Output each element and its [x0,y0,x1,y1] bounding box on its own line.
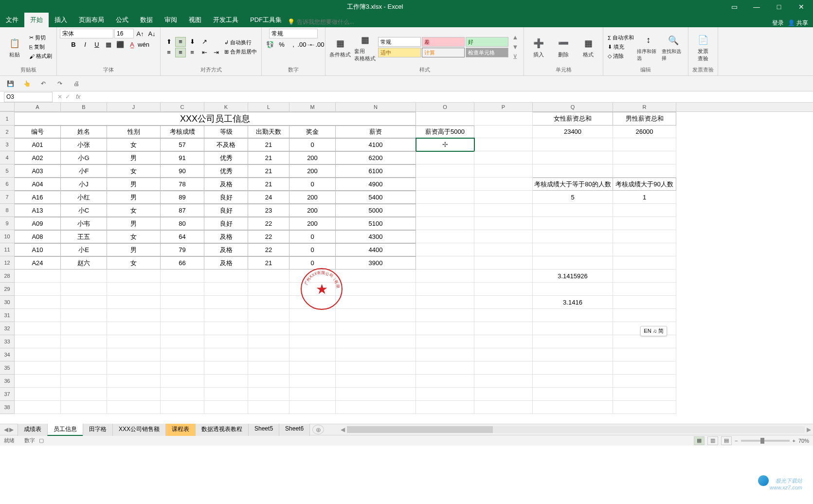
page-break-view-icon[interactable]: ▤ [721,436,732,445]
increase-indent-icon[interactable]: ⇥ [211,48,221,57]
cell[interactable] [336,296,416,309]
cell-o11[interactable] [416,243,474,256]
zoom-in-icon[interactable]: + [793,438,795,444]
table-cell[interactable]: 6200 [336,151,416,164]
cell[interactable] [61,309,107,322]
cell[interactable] [336,270,416,283]
cell[interactable] [107,309,161,322]
cell[interactable] [474,270,533,283]
name-box[interactable] [4,92,53,102]
cell[interactable] [248,296,289,309]
cell[interactable] [161,388,204,401]
cell[interactable] [204,309,248,322]
cell[interactable] [15,309,61,322]
col-header-B[interactable]: B [61,103,107,111]
table-cell[interactable]: 0 [289,230,336,243]
cell[interactable] [533,361,613,375]
cell[interactable] [416,388,474,401]
cell[interactable] [61,283,107,296]
cell[interactable] [613,375,676,388]
cell-q[interactable]: 考核成绩大于等于80的人数 [533,178,613,191]
table-cell[interactable]: 89 [161,191,204,204]
row-header[interactable]: 37 [0,388,15,401]
table-cell[interactable]: 80 [161,217,204,230]
cell-r[interactable] [613,138,676,151]
row-header[interactable]: 30 [0,296,15,309]
table-cell[interactable]: 91 [161,151,204,164]
decrease-decimal-icon[interactable]: ←.00 [311,39,322,49]
cell[interactable] [289,401,336,414]
table-cell[interactable]: 0 [289,178,336,191]
cell[interactable] [336,283,416,296]
cell-p[interactable] [474,191,533,204]
table-cell[interactable]: 79 [161,243,204,256]
cell[interactable] [204,335,248,348]
salary-gt-5000-label[interactable]: 薪资高于5000 [416,126,474,138]
cell[interactable] [204,375,248,388]
table-cell[interactable]: 23 [248,204,289,217]
table-cell[interactable]: A03 [15,164,61,178]
table-cell[interactable]: 良好 [204,191,248,204]
table-cell[interactable]: A01 [15,138,61,151]
cell[interactable] [613,296,676,309]
hscroll-thumb[interactable] [347,426,493,433]
cell[interactable] [204,322,248,335]
table-header[interactable]: 编号 [15,126,61,138]
table-cell[interactable]: 5400 [336,191,416,204]
table-header[interactable]: 出勤天数 [248,126,289,138]
table-cell[interactable]: 0 [289,138,336,151]
table-cell[interactable]: 21 [248,164,289,178]
table-cell[interactable]: 200 [289,191,336,204]
table-cell[interactable]: 小张 [61,138,107,151]
cell-o10[interactable] [416,230,474,243]
cell[interactable] [248,322,289,335]
table-cell[interactable]: 女 [107,230,161,243]
row-header[interactable]: 3 [0,138,15,151]
normal-view-icon[interactable]: ▦ [694,436,705,445]
cell[interactable] [161,270,204,283]
cell-r[interactable] [613,230,676,243]
cell[interactable] [336,322,416,335]
cell[interactable] [15,322,61,335]
cell[interactable] [416,401,474,414]
cell[interactable]: 3.1416 [533,296,613,309]
cell[interactable] [107,322,161,335]
sort-filter-button[interactable]: ↕排序和筛选 [637,33,660,62]
male-salary-label[interactable]: 男性薪资总和 [613,112,676,126]
cell[interactable] [15,283,61,296]
cell[interactable] [336,388,416,401]
zoom-out-icon[interactable]: − [735,438,738,444]
sheet-nav-next-icon[interactable]: ▶ [9,426,14,433]
cell[interactable] [61,388,107,401]
cell[interactable] [161,335,204,348]
autosum-button[interactable]: Σ自动求和 [606,34,635,42]
cell[interactable] [15,270,61,283]
cancel-formula-icon[interactable]: ✕ [57,93,62,100]
cell[interactable] [336,375,416,388]
cell[interactable] [474,375,533,388]
table-cell[interactable]: 4400 [336,243,416,256]
ribbon-tab-8[interactable]: 开发工具 [207,13,244,27]
cell[interactable] [289,322,336,335]
delete-cells-button[interactable]: ➖删除 [552,36,575,58]
align-top-icon[interactable]: ⬆ [163,37,174,47]
table-cell[interactable]: 良好 [204,204,248,217]
font-size-input[interactable] [114,29,134,38]
page-layout-view-icon[interactable]: ▥ [707,436,718,445]
table-header[interactable]: 性别 [107,126,161,138]
decrease-indent-icon[interactable]: ⇤ [199,48,210,57]
copy-button[interactable]: ⎘复制 [28,43,54,51]
cell[interactable] [336,348,416,361]
table-cell[interactable]: 男 [107,178,161,191]
cell[interactable] [107,296,161,309]
table-cell[interactable]: 22 [248,243,289,256]
row-header[interactable]: 35 [0,361,15,375]
ribbon-tab-0[interactable]: 文件 [0,13,24,27]
col-header-P[interactable]: P [474,103,533,111]
align-center-icon[interactable]: ≡ [175,48,186,57]
table-cell[interactable]: 5000 [336,204,416,217]
cell-o1[interactable] [416,112,474,126]
cell-r[interactable] [613,217,676,230]
cell[interactable] [161,322,204,335]
cell-p[interactable] [474,164,533,178]
